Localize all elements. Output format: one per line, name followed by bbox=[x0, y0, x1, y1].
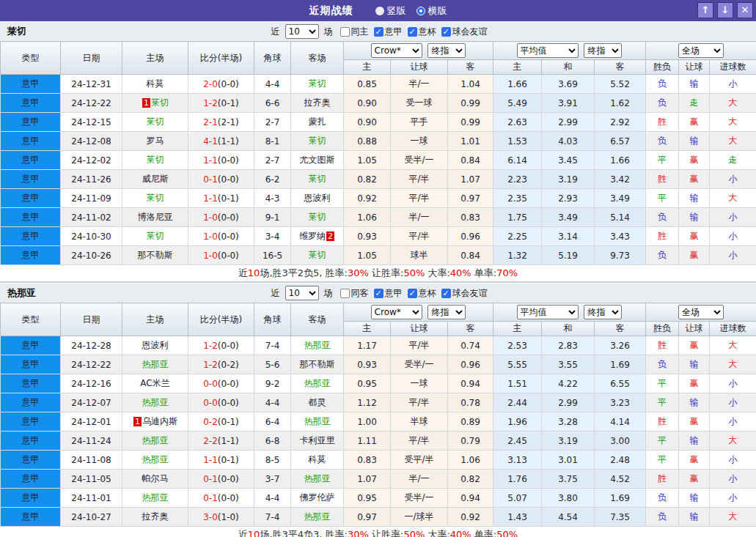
score-cell: 0-1(0-0) bbox=[188, 170, 254, 189]
team-name: 莱切 bbox=[7, 25, 26, 38]
match-row: 意甲 24-11-24 热那亚 2-2(1-1) 6-8 卡利亚里 1.11 平… bbox=[1, 432, 756, 451]
same-venue-filter[interactable]: 同客 bbox=[340, 287, 369, 300]
score-half: (0-1) bbox=[218, 98, 239, 108]
league-cell: 意甲 bbox=[1, 451, 61, 470]
games-label: 场 bbox=[324, 26, 333, 38]
near-label: 近 bbox=[271, 287, 280, 300]
result-outcome: 负 bbox=[646, 489, 679, 508]
league-filter[interactable]: ✓ 意杯 bbox=[408, 287, 436, 300]
away-team-cell: 热那亚 bbox=[291, 470, 344, 489]
league-filter[interactable]: ✓ 球会友谊 bbox=[441, 287, 488, 300]
same-venue-filter[interactable]: 同主 bbox=[340, 26, 369, 38]
team-label: 蒙扎 bbox=[309, 116, 326, 127]
corner-cell: 8-5 bbox=[254, 451, 291, 470]
result-handicap: 赢 bbox=[679, 151, 710, 170]
match-count-select[interactable]: 10 bbox=[285, 24, 319, 39]
corner-cell: 6-6 bbox=[254, 94, 291, 113]
odds-handicap: 平/半 bbox=[391, 189, 448, 208]
match-count-select[interactable]: 10 bbox=[285, 286, 319, 300]
score-half: (0-0) bbox=[218, 79, 239, 89]
score-full: 0-1 bbox=[203, 174, 218, 185]
score-half: (0-0) bbox=[218, 251, 239, 261]
checkbox-icon: ✓ bbox=[374, 289, 383, 298]
league-filter[interactable]: ✓ 意甲 bbox=[374, 287, 403, 300]
result-handicap: 赢 bbox=[679, 113, 710, 132]
odds-home: 0.85 bbox=[344, 75, 391, 94]
layout-radio[interactable]: 横版 bbox=[416, 4, 447, 18]
score-half: (0-0) bbox=[218, 474, 239, 484]
league-cell: 意甲 bbox=[1, 151, 61, 170]
odds-handicap: 球半 bbox=[391, 246, 448, 265]
avg-time-select[interactable]: 终指 bbox=[584, 43, 622, 58]
avg-draw: 3.14 bbox=[542, 227, 595, 246]
avg-home: 1.96 bbox=[493, 412, 542, 432]
score-cell: 3-0(1-0) bbox=[188, 508, 254, 527]
result-outcome: 负 bbox=[646, 75, 679, 94]
result-goals: 大 bbox=[710, 132, 756, 151]
odds-source-select[interactable]: Crow* bbox=[371, 43, 422, 58]
same-venue-label: 同客 bbox=[351, 287, 369, 300]
result-handicap: 输 bbox=[679, 393, 710, 412]
league-cell: 意甲 bbox=[1, 208, 61, 227]
summary-segment: 单率: bbox=[471, 267, 497, 278]
result-goals: 小 bbox=[710, 489, 756, 508]
odds-home: 0.82 bbox=[344, 170, 391, 189]
odds-source-select[interactable]: Crow* bbox=[371, 305, 422, 319]
avg-source-select[interactable]: 平均值 bbox=[517, 43, 579, 58]
score-half: (0-1) bbox=[218, 455, 239, 465]
result-outcome: 胜 bbox=[646, 113, 679, 132]
result-goals: 小 bbox=[710, 246, 756, 265]
avg-away: 9.73 bbox=[595, 246, 646, 265]
corner-cell: 5-6 bbox=[254, 355, 291, 374]
close-button[interactable]: ✕ bbox=[737, 2, 753, 18]
league-filter[interactable]: ✓ 意甲 bbox=[374, 26, 403, 38]
match-row: 意甲 24-12-28 恩波利 1-2(0-0) 7-4 热那亚 1.17 平/… bbox=[1, 336, 756, 355]
scope-select[interactable]: 全场 bbox=[678, 305, 724, 319]
odds-handicap: 平手 bbox=[391, 113, 448, 132]
corner-cell: 7-4 bbox=[254, 508, 291, 527]
league-cell: 意甲 bbox=[1, 132, 61, 151]
odds-handicap: 平/半 bbox=[391, 393, 448, 412]
team-label: 热那亚 bbox=[304, 511, 331, 522]
avg-away: 4.14 bbox=[595, 412, 646, 432]
odds-away: 0.99 bbox=[448, 113, 493, 132]
date-cell: 24-12-22 bbox=[61, 355, 122, 374]
league-filter[interactable]: ✓ 球会友谊 bbox=[441, 26, 488, 38]
odds-time-select[interactable]: 终指 bbox=[427, 305, 466, 319]
match-row: 意甲 24-12-22 1莱切 1-2(0-1) 6-6 拉齐奥 0.90 受一… bbox=[1, 94, 756, 113]
layout-radio[interactable]: 竖版 bbox=[375, 4, 406, 18]
up-arrow-icon: ↑ bbox=[702, 4, 710, 15]
avg-time-select[interactable]: 终指 bbox=[584, 305, 622, 319]
team-name: 热那亚 bbox=[7, 286, 36, 300]
score-full: 1-2 bbox=[203, 360, 218, 370]
summary-segment: 40% bbox=[450, 267, 471, 278]
move-up-button[interactable]: ↑ bbox=[697, 2, 713, 18]
scope-select[interactable]: 全场 bbox=[678, 43, 724, 58]
score-full: 1-2 bbox=[203, 341, 218, 351]
avg-away: 3.43 bbox=[595, 227, 646, 246]
avg-away: 7.35 bbox=[595, 508, 646, 527]
league-filter[interactable]: ✓ 意杯 bbox=[408, 26, 436, 38]
result-outcome: 胜 bbox=[646, 170, 679, 189]
static-col-header: 比分(半场) bbox=[188, 303, 254, 336]
away-team-cell: 莱切 bbox=[291, 246, 344, 265]
odds-handicap: 受平/半 bbox=[391, 451, 448, 470]
avg-source-select[interactable]: 平均值 bbox=[517, 305, 579, 319]
odds-time-select[interactable]: 终指 bbox=[427, 43, 466, 58]
team-label: 拉齐奥 bbox=[142, 511, 169, 522]
filters: 近 10 场 同主 ✓ 意甲 ✓ 意杯 ✓ 球会友谊 bbox=[269, 24, 488, 39]
result-goals: 小 bbox=[710, 208, 756, 227]
checkbox-icon bbox=[340, 27, 350, 37]
sub-col-header: 主 bbox=[344, 60, 391, 75]
corner-cell: 9-2 bbox=[254, 374, 291, 393]
match-row: 意甲 24-12-22 热那亚 1-2(0-2) 5-6 那不勒斯 0.93 受… bbox=[1, 355, 756, 374]
odds-away: 1.07 bbox=[448, 170, 493, 189]
result-handicap: 赢 bbox=[679, 246, 710, 265]
avg-away: 2.48 bbox=[595, 451, 646, 470]
odds-away: 0.99 bbox=[448, 94, 493, 113]
league-filters: ✓ 意甲 ✓ 意杯 ✓ 球会友谊 bbox=[369, 26, 488, 38]
checkbox-icon: ✓ bbox=[441, 27, 451, 37]
team-label: 莱切 bbox=[147, 231, 164, 241]
avg-home: 1.75 bbox=[493, 208, 542, 227]
move-down-button[interactable]: ↓ bbox=[717, 2, 733, 18]
